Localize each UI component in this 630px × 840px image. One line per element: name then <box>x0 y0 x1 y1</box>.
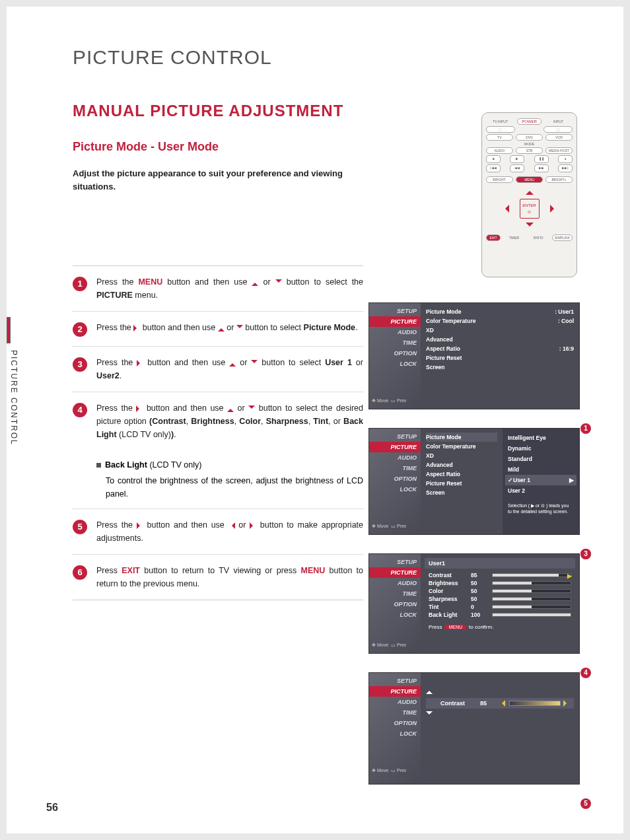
down-icon <box>275 279 282 286</box>
rewind-button[interactable]: ◀◀ <box>510 164 524 172</box>
right-arrow-icon <box>563 700 570 707</box>
osd-side-option: OPTION <box>369 348 421 359</box>
osd-panel-1: SETUP PICTURE AUDIO TIME OPTION LOCK ✥ M… <box>368 302 580 409</box>
osd-panel-4: SETUP PICTURE AUDIO TIME OPTION LOCK ✥ M… <box>368 672 580 785</box>
stop-button[interactable]: ■ <box>486 155 501 163</box>
side-tab: PICTURE CONTROL <box>7 317 25 456</box>
osd-row: Aspect Ratio: 16:9 <box>426 344 574 353</box>
backlight-note: Back Light (LCD TV only) To control the … <box>73 450 363 509</box>
osd-setting-row: Color50 <box>425 587 575 595</box>
page-number: 56 <box>46 802 58 814</box>
enter-button[interactable]: ENTER⊙ <box>520 199 540 219</box>
osd-side-picture: PICTURE <box>369 316 421 327</box>
osd-ref-badge-1: 1 <box>580 423 591 434</box>
down-icon <box>248 405 255 412</box>
record-button[interactable]: ● <box>558 155 573 163</box>
dpad-down-icon[interactable] <box>526 223 534 230</box>
osd-row: Color Temperature <box>426 442 497 451</box>
step-6: 6 Press EXIT button to return to TV view… <box>73 555 363 600</box>
step-4: 4 Press the button and then use or butto… <box>73 392 363 450</box>
step-5: 5 Press the button and then use or butto… <box>73 509 363 555</box>
osd-row: Advanced <box>426 335 574 344</box>
step-1: 1 Press the MENU button and then use or … <box>73 265 363 312</box>
pause-button[interactable]: ❚❚ <box>534 155 549 163</box>
step-badge-6: 6 <box>73 565 87 580</box>
exit-button[interactable]: EXIT <box>486 234 501 241</box>
contrast-value: 85 <box>480 700 496 707</box>
step-2: 2 Press the button and then use or butto… <box>73 312 363 347</box>
osd-row: Picture Mode <box>426 433 497 442</box>
step-badge-3: 3 <box>73 357 87 372</box>
stb-mode-button[interactable]: STB <box>516 147 543 154</box>
osd-setting-row: Tint0 <box>425 603 575 611</box>
contrast-bar <box>509 701 561 706</box>
osd-submenu: Intelligent Eye Dynamic Standard Mild ✓U… <box>503 429 579 534</box>
up-icon <box>227 405 234 412</box>
osd-confirm-note: Press MENU to confirm. <box>425 621 575 633</box>
up-icon <box>218 325 225 332</box>
osd-sidebar: SETUP PICTURE AUDIO TIME OPTION LOCK ✥ M… <box>369 303 421 409</box>
steps-list-2: 5 Press the button and then use or butto… <box>73 509 363 600</box>
left-arrow-icon <box>499 700 505 707</box>
osd-submenu-note: Selection ( ▶ or ⊙ ) leads you to the de… <box>505 500 577 517</box>
dpad: ENTER⊙ <box>500 186 559 232</box>
menu-pill-icon: MENU <box>444 625 466 629</box>
right-caret-icon: ▶ <box>569 477 574 483</box>
osd-main-left: Picture ModeColor TemperatureXDAdvancedA… <box>421 429 503 534</box>
tv-input-button[interactable]: ⬚ <box>486 126 515 133</box>
play-button[interactable]: ▶ <box>510 155 524 163</box>
osd-sidebar: SETUP PICTURE AUDIO TIME OPTION LOCK ✥ M… <box>369 554 421 653</box>
up-icon <box>426 687 433 694</box>
osd-row: Screen <box>426 488 497 497</box>
up-icon <box>252 279 258 286</box>
bright-minus-button[interactable]: BRIGHT- <box>486 176 513 183</box>
osd-settings-title: User1 <box>425 558 575 569</box>
osd-ref-badge-3: 3 <box>580 549 591 559</box>
bright-plus-button[interactable]: BRIGHT+ <box>545 176 573 183</box>
osd-side-audio: AUDIO <box>369 327 421 337</box>
osd-side-setup: SETUP <box>369 306 421 316</box>
vcr-mode-button[interactable]: VCR <box>545 134 573 141</box>
osd-main: Picture Mode: User1Color Temperature: Co… <box>421 303 579 409</box>
tv-mode-button[interactable]: TV <box>486 134 513 141</box>
simplink-button[interactable]: SIMPLINK <box>552 234 573 241</box>
input-button[interactable]: ⬚ <box>543 126 573 133</box>
right-icon <box>133 325 140 332</box>
menu-button[interactable]: MENU <box>516 176 543 183</box>
osd-sidebar: SETUP PICTURE AUDIO TIME OPTION LOCK ✥ M… <box>369 673 421 784</box>
osd-ref-badge-4: 4 <box>580 668 591 678</box>
dvd-mode-button[interactable]: DVD <box>516 134 543 141</box>
mode-label: MODE <box>486 142 573 146</box>
osd-side-lock: LOCK <box>369 359 421 369</box>
osd-row: Aspect Ratio <box>426 470 497 479</box>
down-icon <box>251 360 258 367</box>
mediahost-button[interactable]: MEDIA HOST <box>545 147 573 154</box>
tv-input-label: TV INPUT <box>486 120 514 123</box>
power-button[interactable]: POWER <box>517 118 542 125</box>
side-tab-text: PICTURE CONTROL <box>9 350 18 446</box>
step-badge-5: 5 <box>73 520 87 534</box>
dpad-right-icon[interactable] <box>550 205 558 213</box>
prev-track-button[interactable]: |◀◀ <box>486 164 501 172</box>
square-bullet-icon <box>96 463 101 468</box>
forward-button[interactable]: ▶▶ <box>534 164 549 172</box>
osd-row: Picture Reset <box>426 353 574 363</box>
osd-row: Advanced <box>426 460 497 470</box>
right-icon <box>136 405 143 412</box>
dpad-left-icon[interactable] <box>501 205 509 213</box>
timer-label: TIMER <box>503 236 525 240</box>
osd-sidebar: SETUP PICTURE AUDIO TIME OPTION LOCK ✥ M… <box>369 429 421 534</box>
next-track-button[interactable]: ▶▶| <box>558 164 573 172</box>
osd-settings: User1 Contrast85▶Brightness50Color50Shar… <box>421 554 579 653</box>
right-icon <box>250 522 256 529</box>
step-badge-2: 2 <box>73 322 87 337</box>
osd-row: Picture Reset <box>426 479 497 488</box>
dpad-up-icon[interactable] <box>526 187 534 195</box>
ratio-label: RATIO <box>528 236 549 240</box>
menu-keyword: MENU <box>301 566 326 575</box>
osd-panel-3: SETUP PICTURE AUDIO TIME OPTION LOCK ✥ M… <box>368 553 580 654</box>
right-icon <box>137 360 143 367</box>
audio-mode-button[interactable]: AUDIO <box>486 147 513 154</box>
step-badge-4: 4 <box>73 403 87 417</box>
page-title: PICTURE CONTROL <box>73 46 577 69</box>
